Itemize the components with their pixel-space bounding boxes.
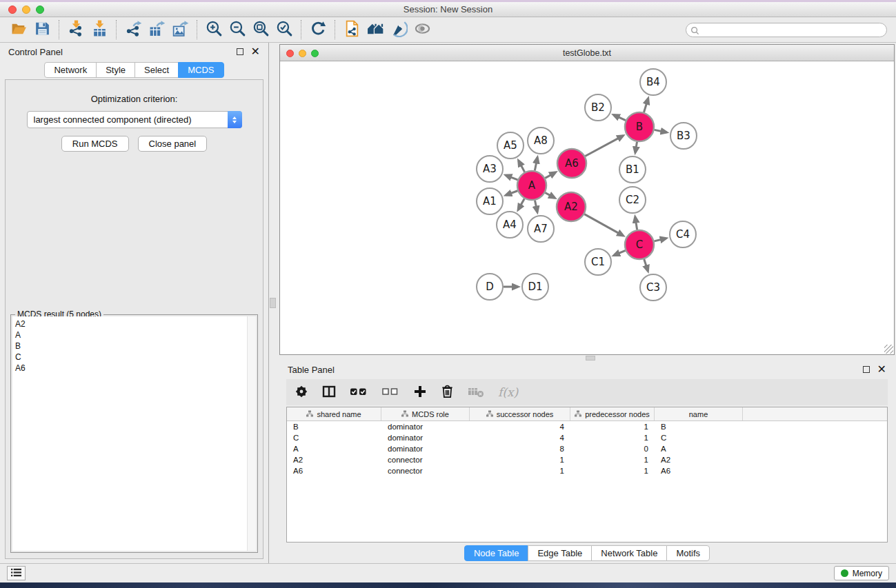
tab-mcds[interactable]: MCDS bbox=[178, 62, 223, 78]
add-column-button[interactable] bbox=[413, 385, 427, 401]
svg-text:B: B bbox=[636, 121, 643, 133]
table-cell: 1 bbox=[470, 467, 570, 475]
graph-node-A3[interactable]: A3 bbox=[477, 156, 503, 182]
zoom-out-button[interactable] bbox=[226, 19, 249, 40]
svg-text:A8: A8 bbox=[534, 134, 548, 147]
graph-node-A[interactable]: A bbox=[517, 171, 546, 200]
graph-node-C4[interactable]: C4 bbox=[670, 221, 696, 247]
table-row[interactable]: A2connector11A2 bbox=[287, 454, 887, 465]
column-header-successor-nodes[interactable]: successor nodes bbox=[470, 407, 570, 420]
tab-motifs[interactable]: Motifs bbox=[666, 545, 710, 561]
graph-node-B3[interactable]: B3 bbox=[670, 123, 697, 149]
table-float-panel-icon[interactable] bbox=[863, 366, 870, 373]
zoom-selected-button[interactable] bbox=[272, 19, 296, 40]
network-minimize-icon[interactable] bbox=[299, 50, 306, 57]
graph-node-A4[interactable]: A4 bbox=[497, 212, 523, 238]
tab-edge-table[interactable]: Edge Table bbox=[528, 545, 592, 561]
network-zoom-icon[interactable] bbox=[311, 50, 319, 57]
graph-node-A7[interactable]: A7 bbox=[528, 216, 554, 242]
graph-node-B2[interactable]: B2 bbox=[585, 94, 611, 121]
tab-node-table[interactable]: Node Table bbox=[464, 545, 529, 561]
mcds-result-list[interactable]: A2ABCA6 bbox=[12, 316, 256, 551]
table-cell: C bbox=[655, 434, 743, 442]
open-session-button[interactable] bbox=[7, 19, 30, 40]
network-close-icon[interactable] bbox=[286, 50, 294, 57]
mcds-result-item[interactable]: C bbox=[12, 352, 256, 363]
show-graphics-button[interactable] bbox=[410, 19, 434, 40]
criterion-select[interactable]: largest connected component (directed) bbox=[27, 111, 242, 128]
desktop-background-bottom bbox=[0, 582, 896, 588]
result-scrollbar[interactable] bbox=[247, 316, 256, 551]
refresh-button[interactable] bbox=[306, 19, 330, 40]
delete-column-button[interactable] bbox=[441, 384, 454, 401]
column-header-MCDS-role[interactable]: MCDS role bbox=[381, 407, 470, 420]
hide-annotations-button[interactable] bbox=[387, 19, 410, 40]
tab-style[interactable]: Style bbox=[96, 62, 135, 78]
split-view-button[interactable] bbox=[322, 385, 336, 401]
mcds-result-item[interactable]: A2 bbox=[12, 318, 256, 330]
deselect-all-button[interactable] bbox=[381, 385, 399, 401]
add-column-icon bbox=[413, 385, 427, 401]
table-panel-header: Table Panel ✕ bbox=[279, 361, 895, 378]
graph-node-A1[interactable]: A1 bbox=[477, 188, 503, 214]
graph-node-A6[interactable]: A6 bbox=[557, 149, 586, 178]
select-all-button[interactable] bbox=[350, 385, 368, 401]
table-row[interactable]: Bdominator41B bbox=[287, 421, 887, 432]
save-session-button[interactable] bbox=[30, 19, 54, 40]
table-close-panel-icon[interactable]: ✕ bbox=[877, 364, 886, 375]
zoom-fit-button[interactable] bbox=[249, 19, 272, 40]
graph-node-A8[interactable]: A8 bbox=[528, 128, 554, 154]
export-image-button[interactable] bbox=[168, 19, 192, 40]
tab-select[interactable]: Select bbox=[135, 62, 179, 78]
column-header-predecessor-nodes[interactable]: predecessor nodes bbox=[570, 407, 655, 420]
network-graph[interactable]: AA1A2A3A4A5A6A7A8BB1B2B3B4CC1C2C3C4DD1 bbox=[280, 61, 891, 351]
network-file-button[interactable] bbox=[340, 19, 364, 40]
close-panel-icon[interactable]: ✕ bbox=[251, 46, 260, 57]
home-button[interactable] bbox=[364, 19, 387, 40]
network-canvas[interactable]: AA1A2A3A4A5A6A7A8BB1B2B3B4CC1C2C3C4DD1 bbox=[280, 61, 894, 354]
resize-grip-icon[interactable] bbox=[884, 345, 893, 354]
mcds-result-item[interactable]: A6 bbox=[12, 363, 256, 374]
float-panel-icon[interactable] bbox=[237, 48, 243, 55]
column-header-name[interactable]: name bbox=[655, 407, 743, 420]
table-row[interactable]: Cdominator41C bbox=[287, 432, 887, 443]
graph-node-B1[interactable]: B1 bbox=[619, 156, 646, 183]
memory-status-icon bbox=[841, 569, 848, 577]
mcds-result-item[interactable]: B bbox=[12, 341, 256, 352]
graph-node-C[interactable]: C bbox=[625, 230, 654, 259]
graph-node-A2[interactable]: A2 bbox=[557, 192, 586, 221]
graph-node-B[interactable]: B bbox=[625, 112, 654, 141]
graph-node-D[interactable]: D bbox=[477, 274, 503, 300]
graph-node-A5[interactable]: A5 bbox=[497, 132, 524, 159]
graph-node-C3[interactable]: C3 bbox=[640, 274, 666, 301]
horizontal-split-handle[interactable] bbox=[586, 356, 595, 361]
zoom-window-icon[interactable] bbox=[36, 6, 44, 14]
export-network-button[interactable] bbox=[121, 19, 145, 40]
close-window-icon[interactable] bbox=[8, 6, 17, 14]
gear-button[interactable] bbox=[295, 385, 308, 401]
mcds-result-item[interactable]: A bbox=[12, 330, 256, 341]
tab-network[interactable]: Network bbox=[44, 62, 97, 78]
minimize-window-icon[interactable] bbox=[22, 6, 30, 14]
close-panel-button[interactable]: Close panel bbox=[138, 136, 208, 152]
import-network-button[interactable] bbox=[64, 19, 88, 40]
delete-table-button bbox=[468, 385, 484, 400]
export-table-button[interactable] bbox=[145, 19, 168, 40]
table-cell: 1 bbox=[570, 467, 655, 475]
run-mcds-button[interactable]: Run MCDS bbox=[61, 136, 129, 152]
task-history-button[interactable] bbox=[7, 566, 26, 580]
gear-icon bbox=[295, 385, 308, 401]
search-input[interactable] bbox=[686, 23, 887, 37]
graph-node-D1[interactable]: D1 bbox=[522, 274, 548, 300]
graph-node-C2[interactable]: C2 bbox=[619, 187, 646, 213]
import-table-button[interactable] bbox=[88, 19, 111, 40]
table-row[interactable]: Adominator80A bbox=[287, 443, 887, 454]
tab-network-table[interactable]: Network Table bbox=[591, 545, 667, 561]
zoom-in-button[interactable] bbox=[202, 19, 226, 40]
graph-node-B4[interactable]: B4 bbox=[640, 69, 666, 95]
column-header-shared-name[interactable]: shared name bbox=[287, 407, 381, 420]
vertical-split-handle[interactable] bbox=[270, 298, 276, 308]
table-row[interactable]: A6connector11A6 bbox=[287, 465, 887, 476]
memory-button[interactable]: Memory bbox=[834, 566, 889, 580]
graph-node-C1[interactable]: C1 bbox=[585, 249, 611, 275]
